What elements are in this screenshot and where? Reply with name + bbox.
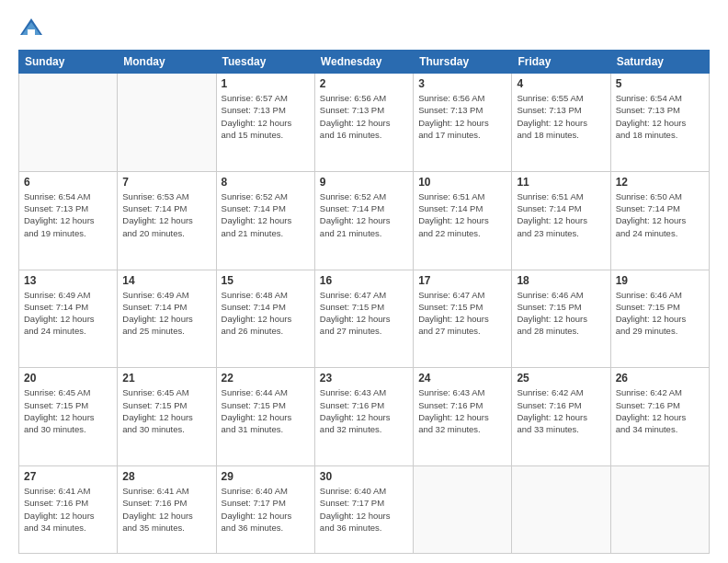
day-number: 7 [122,176,210,189]
calendar-week-row: 1Sunrise: 6:57 AM Sunset: 7:13 PM Daylig… [19,74,710,172]
weekday-header-row: SundayMondayTuesdayWednesdayThursdayFrid… [19,51,710,74]
day-info: Sunrise: 6:42 AM Sunset: 7:16 PM Dayligh… [517,386,605,435]
day-info: Sunrise: 6:40 AM Sunset: 7:17 PM Dayligh… [320,485,408,534]
calendar-cell: 11Sunrise: 6:51 AM Sunset: 7:14 PM Dayli… [512,171,610,270]
day-number: 12 [616,176,704,189]
day-number: 19 [616,274,704,287]
calendar-week-row: 6Sunrise: 6:54 AM Sunset: 7:13 PM Daylig… [19,171,710,270]
day-info: Sunrise: 6:43 AM Sunset: 7:16 PM Dayligh… [418,386,506,435]
logo [18,17,48,42]
day-info: Sunrise: 6:54 AM Sunset: 7:13 PM Dayligh… [24,190,112,239]
day-info: Sunrise: 6:55 AM Sunset: 7:13 PM Dayligh… [517,92,605,141]
calendar-cell: 30Sunrise: 6:40 AM Sunset: 7:17 PM Dayli… [314,466,413,554]
day-number: 6 [24,176,112,189]
calendar-cell: 4Sunrise: 6:55 AM Sunset: 7:13 PM Daylig… [512,74,610,172]
calendar-cell: 21Sunrise: 6:45 AM Sunset: 7:15 PM Dayli… [118,368,216,466]
day-info: Sunrise: 6:47 AM Sunset: 7:15 PM Dayligh… [320,289,408,338]
day-number: 29 [222,470,310,483]
calendar-cell: 6Sunrise: 6:54 AM Sunset: 7:13 PM Daylig… [19,171,118,270]
day-number: 15 [222,274,310,287]
day-info: Sunrise: 6:45 AM Sunset: 7:15 PM Dayligh… [122,386,210,435]
day-info: Sunrise: 6:43 AM Sunset: 7:16 PM Dayligh… [320,386,408,435]
day-info: Sunrise: 6:41 AM Sunset: 7:16 PM Dayligh… [122,485,210,534]
calendar-cell: 24Sunrise: 6:43 AM Sunset: 7:16 PM Dayli… [414,368,512,466]
calendar: SundayMondayTuesdayWednesdayThursdayFrid… [18,50,710,554]
calendar-cell [19,74,118,172]
page: SundayMondayTuesdayWednesdayThursdayFrid… [0,0,728,563]
day-number: 22 [222,372,310,385]
day-info: Sunrise: 6:46 AM Sunset: 7:15 PM Dayligh… [616,289,704,338]
day-info: Sunrise: 6:52 AM Sunset: 7:14 PM Dayligh… [222,190,310,239]
calendar-cell: 12Sunrise: 6:50 AM Sunset: 7:14 PM Dayli… [610,171,709,270]
header [18,17,710,42]
calendar-cell: 26Sunrise: 6:42 AM Sunset: 7:16 PM Dayli… [610,368,709,466]
calendar-cell: 14Sunrise: 6:49 AM Sunset: 7:14 PM Dayli… [118,270,216,368]
day-info: Sunrise: 6:54 AM Sunset: 7:13 PM Dayligh… [616,92,704,141]
day-number: 25 [517,372,605,385]
weekday-header: Friday [512,51,610,74]
calendar-cell: 3Sunrise: 6:56 AM Sunset: 7:13 PM Daylig… [414,74,512,172]
calendar-cell: 7Sunrise: 6:53 AM Sunset: 7:14 PM Daylig… [118,171,216,270]
calendar-cell: 13Sunrise: 6:49 AM Sunset: 7:14 PM Dayli… [19,270,118,368]
calendar-cell: 17Sunrise: 6:47 AM Sunset: 7:15 PM Dayli… [414,270,512,368]
calendar-week-row: 20Sunrise: 6:45 AM Sunset: 7:15 PM Dayli… [19,368,710,466]
day-info: Sunrise: 6:48 AM Sunset: 7:14 PM Dayligh… [222,289,310,338]
logo-icon [18,17,44,42]
calendar-cell: 18Sunrise: 6:46 AM Sunset: 7:15 PM Dayli… [512,270,610,368]
calendar-cell: 5Sunrise: 6:54 AM Sunset: 7:13 PM Daylig… [610,74,709,172]
calendar-cell: 28Sunrise: 6:41 AM Sunset: 7:16 PM Dayli… [118,466,216,554]
day-number: 30 [320,470,408,483]
day-number: 16 [320,274,408,287]
calendar-cell: 27Sunrise: 6:41 AM Sunset: 7:16 PM Dayli… [19,466,118,554]
calendar-cell: 19Sunrise: 6:46 AM Sunset: 7:15 PM Dayli… [610,270,709,368]
calendar-cell [512,466,610,554]
day-info: Sunrise: 6:45 AM Sunset: 7:15 PM Dayligh… [24,386,112,435]
day-number: 17 [418,274,506,287]
calendar-cell: 1Sunrise: 6:57 AM Sunset: 7:13 PM Daylig… [216,74,314,172]
day-number: 13 [24,274,112,287]
day-number: 9 [320,176,408,189]
day-info: Sunrise: 6:57 AM Sunset: 7:13 PM Dayligh… [222,92,310,141]
day-number: 2 [320,77,408,90]
day-info: Sunrise: 6:56 AM Sunset: 7:13 PM Dayligh… [418,92,506,141]
day-number: 11 [517,176,605,189]
day-info: Sunrise: 6:50 AM Sunset: 7:14 PM Dayligh… [616,190,704,239]
day-number: 4 [517,77,605,90]
calendar-cell: 15Sunrise: 6:48 AM Sunset: 7:14 PM Dayli… [216,270,314,368]
day-info: Sunrise: 6:53 AM Sunset: 7:14 PM Dayligh… [122,190,210,239]
weekday-header: Sunday [19,51,118,74]
day-info: Sunrise: 6:41 AM Sunset: 7:16 PM Dayligh… [24,485,112,534]
calendar-cell: 29Sunrise: 6:40 AM Sunset: 7:17 PM Dayli… [216,466,314,554]
calendar-cell: 22Sunrise: 6:44 AM Sunset: 7:15 PM Dayli… [216,368,314,466]
day-info: Sunrise: 6:49 AM Sunset: 7:14 PM Dayligh… [24,289,112,338]
calendar-cell: 8Sunrise: 6:52 AM Sunset: 7:14 PM Daylig… [216,171,314,270]
day-info: Sunrise: 6:46 AM Sunset: 7:15 PM Dayligh… [517,289,605,338]
day-info: Sunrise: 6:51 AM Sunset: 7:14 PM Dayligh… [418,190,506,239]
day-info: Sunrise: 6:49 AM Sunset: 7:14 PM Dayligh… [122,289,210,338]
day-number: 14 [122,274,210,287]
day-number: 1 [222,77,310,90]
day-number: 10 [418,176,506,189]
calendar-week-row: 27Sunrise: 6:41 AM Sunset: 7:16 PM Dayli… [19,466,710,554]
day-number: 18 [517,274,605,287]
day-info: Sunrise: 6:56 AM Sunset: 7:13 PM Dayligh… [320,92,408,141]
calendar-cell: 25Sunrise: 6:42 AM Sunset: 7:16 PM Dayli… [512,368,610,466]
weekday-header: Tuesday [216,51,314,74]
calendar-cell: 10Sunrise: 6:51 AM Sunset: 7:14 PM Dayli… [414,171,512,270]
weekday-header: Monday [118,51,216,74]
weekday-header: Saturday [610,51,709,74]
calendar-cell [610,466,709,554]
calendar-week-row: 13Sunrise: 6:49 AM Sunset: 7:14 PM Dayli… [19,270,710,368]
weekday-header: Wednesday [314,51,413,74]
day-number: 20 [24,372,112,385]
day-info: Sunrise: 6:51 AM Sunset: 7:14 PM Dayligh… [517,190,605,239]
day-info: Sunrise: 6:44 AM Sunset: 7:15 PM Dayligh… [222,386,310,435]
day-info: Sunrise: 6:42 AM Sunset: 7:16 PM Dayligh… [616,386,704,435]
day-info: Sunrise: 6:47 AM Sunset: 7:15 PM Dayligh… [418,289,506,338]
day-info: Sunrise: 6:52 AM Sunset: 7:14 PM Dayligh… [320,190,408,239]
calendar-cell: 23Sunrise: 6:43 AM Sunset: 7:16 PM Dayli… [314,368,413,466]
calendar-cell: 16Sunrise: 6:47 AM Sunset: 7:15 PM Dayli… [314,270,413,368]
day-number: 23 [320,372,408,385]
weekday-header: Thursday [414,51,512,74]
day-number: 27 [24,470,112,483]
